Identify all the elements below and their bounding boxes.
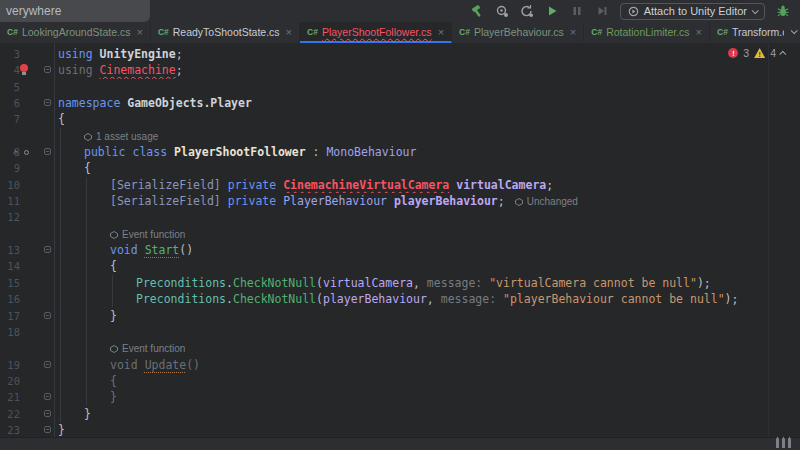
code-text	[54, 209, 800, 225]
gutter: 17	[0, 308, 54, 324]
error-lightbulb-icon[interactable]	[20, 64, 28, 72]
tab-close-icon[interactable]: ×	[696, 26, 702, 38]
tab-close-icon[interactable]: ×	[136, 26, 142, 38]
code-token: class	[132, 145, 167, 159]
gutter: 15	[0, 275, 54, 291]
sync-restart-icon[interactable]	[520, 4, 534, 18]
code-token: namespace	[58, 96, 120, 110]
code-token: {	[110, 259, 117, 273]
code-token: MonoBehaviour	[326, 145, 416, 159]
dropdown-chevron-icon	[752, 7, 759, 14]
fold-marker-icon[interactable]	[44, 426, 51, 433]
code-token: virtualCamera	[456, 178, 546, 192]
gutter	[0, 340, 54, 356]
csharp-file-icon: C#	[717, 27, 728, 37]
inlay-hint-text: Unchanged	[527, 196, 578, 207]
gutter-circle-icon[interactable]	[24, 150, 29, 155]
code-token: using	[58, 63, 93, 77]
gutter: 6	[0, 95, 54, 111]
code-token: .	[226, 276, 233, 290]
inheritance-gutter-icon[interactable]: ˄	[13, 144, 18, 160]
code-token: GameObjects.Player	[127, 96, 252, 110]
code-token	[93, 47, 100, 61]
tab-PlayerBehaviour.cs[interactable]: C#PlayerBehaviour.cs×	[452, 22, 584, 43]
fold-marker-icon[interactable]	[44, 99, 51, 106]
line-number: 11	[0, 193, 20, 209]
gutter: 22	[0, 406, 54, 422]
error-count: 3	[743, 47, 749, 59]
code-line-20: 20{	[0, 373, 800, 389]
code-token: ()	[186, 358, 200, 372]
tab-close-icon[interactable]: ×	[286, 26, 292, 38]
tab-close-icon[interactable]: ×	[438, 26, 444, 38]
code-token: Update	[145, 358, 187, 372]
code-token	[221, 178, 228, 192]
csharp-file-icon: C#	[307, 27, 318, 37]
code-line-7: 7{	[0, 111, 800, 127]
code-token: message:	[441, 292, 503, 306]
search-everywhere-popup[interactable]: verywhere	[0, 0, 150, 22]
fold-marker-icon[interactable]	[44, 393, 51, 400]
code-token: playerBehaviour	[323, 292, 427, 306]
csharp-file-icon: C#	[158, 27, 169, 37]
tab-PlayerShootFollower.cs[interactable]: C#PlayerShootFollower.cs×	[300, 22, 452, 43]
fold-marker-icon[interactable]	[44, 148, 51, 155]
line-number: 22	[0, 406, 20, 422]
line-number: 13	[0, 242, 20, 258]
step-icon[interactable]	[595, 4, 609, 18]
tab-ReadyToShootState.cs[interactable]: C#ReadyToShootState.cs×	[151, 22, 300, 43]
unity-attach-icon	[628, 6, 639, 17]
code-token: UnityEngine	[100, 47, 176, 61]
code-line-8: 8˄public class PlayerShootFollower : Mon…	[0, 144, 800, 160]
fold-marker-icon[interactable]	[44, 410, 51, 417]
settings-run-icon[interactable]	[495, 4, 509, 18]
code-token: }	[110, 390, 117, 404]
code-token: {	[84, 161, 91, 175]
fold-marker-icon[interactable]	[44, 246, 51, 253]
code-token: ;	[176, 47, 183, 61]
hammer-build-icon[interactable]	[470, 4, 484, 18]
problems-widget[interactable]: ! 3 ! 4	[728, 47, 786, 59]
tab-close-icon[interactable]: ×	[570, 26, 576, 38]
code-token: :	[306, 145, 327, 159]
tab-label: ReadyToShootState.cs	[173, 26, 280, 38]
csharp-file-icon: C#	[591, 27, 602, 37]
tab-LookingAroundState.cs[interactable]: C#LookingAroundState.cs×	[0, 22, 151, 43]
code-line-12: 12	[0, 209, 800, 225]
debug-icon[interactable]	[776, 4, 790, 18]
tab-RotationLimiter.cs[interactable]: C#RotationLimiter.cs×	[584, 22, 710, 43]
code-line-19: 19void Update()	[0, 357, 800, 373]
code-line-13: 13void Start()	[0, 242, 800, 258]
editor-tab-bar: C#LookingAroundState.cs×C#ReadyToShootSt…	[0, 22, 800, 43]
tab-Transform.cs[interactable]: C#Transform.cs×	[710, 22, 784, 43]
code-editor[interactable]: 3using UnityEngine;4using Cinemachine;56…	[0, 43, 800, 437]
line-number: 16	[0, 291, 20, 307]
inlay-hint-text: Event function	[122, 229, 185, 240]
code-token: void	[110, 358, 145, 372]
line-number: 23	[0, 422, 20, 438]
fold-marker-icon[interactable]	[44, 66, 51, 73]
warning-count: 4	[770, 47, 776, 59]
run-icon[interactable]	[545, 4, 559, 18]
code-token: using	[58, 47, 93, 61]
code-text: void Update()	[54, 357, 800, 373]
gutter: 16	[0, 291, 54, 307]
collapse-chevron-icon[interactable]	[779, 50, 786, 57]
line-number: 18	[0, 324, 20, 340]
tab-label: PlayerShootFollower.cs	[322, 26, 432, 38]
code-token: (	[316, 276, 323, 290]
code-text: Preconditions.CheckNotNull(playerBehavio…	[54, 291, 800, 307]
code-text: }	[54, 389, 800, 405]
gutter: 18	[0, 324, 54, 340]
pause-icon[interactable]	[570, 4, 584, 18]
attach-to-unity-button[interactable]: Attach to Unity Editor	[620, 3, 765, 20]
error-badge-icon: !	[728, 48, 738, 58]
code-line-18: 18	[0, 324, 800, 340]
code-rows: 3using UnityEngine;4using Cinemachine;56…	[0, 46, 800, 438]
code-text: Preconditions.CheckNotNull(virtualCamera…	[54, 275, 800, 291]
code-text: public class PlayerShootFollower : MonoB…	[54, 144, 800, 160]
code-token: {	[58, 112, 65, 126]
line-number: 4	[0, 62, 20, 78]
fold-marker-icon[interactable]	[44, 312, 51, 319]
fold-marker-icon[interactable]	[44, 361, 51, 368]
